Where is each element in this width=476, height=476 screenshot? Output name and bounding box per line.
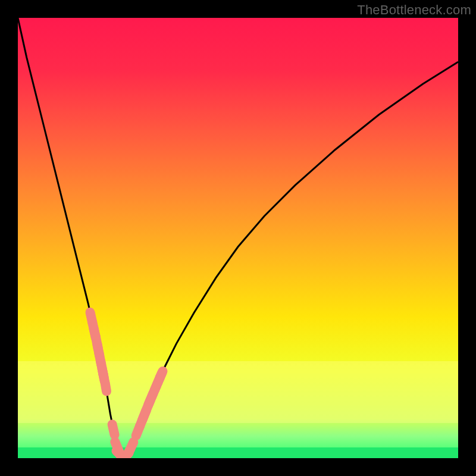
bottleneck-curve — [18, 18, 458, 458]
chart-frame: TheBottleneck.com — [0, 0, 476, 476]
curve-markers — [90, 312, 163, 458]
marker-point — [128, 442, 133, 454]
watermark-text: TheBottleneck.com — [357, 2, 471, 18]
marker-point — [105, 383, 107, 391]
plot-area — [18, 18, 458, 458]
marker-point — [159, 371, 162, 378]
curve-svg — [18, 18, 458, 458]
marker-point — [112, 424, 115, 435]
